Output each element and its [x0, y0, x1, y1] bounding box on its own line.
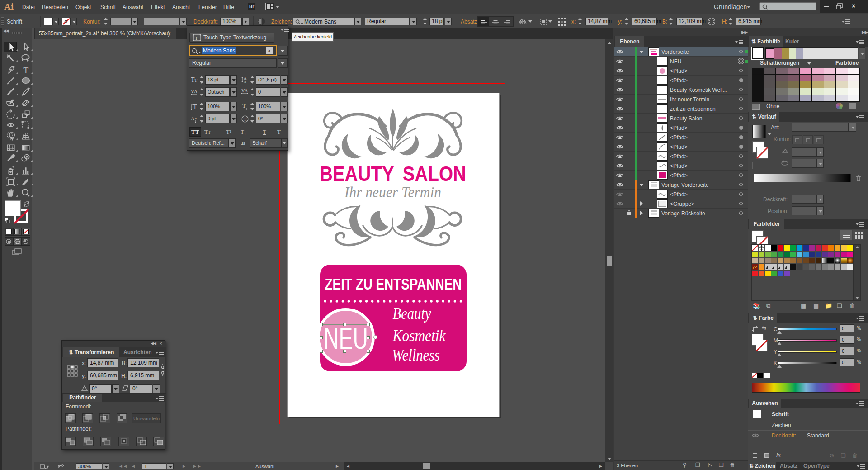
svg-text:T: T	[193, 104, 197, 110]
svg-text:A: A	[194, 89, 198, 94]
svg-text:T: T	[23, 65, 28, 75]
svg-text:T: T	[242, 103, 246, 109]
svg-text:A: A	[244, 80, 247, 84]
svg-text:A: A	[191, 115, 195, 122]
svg-text:T: T	[194, 78, 197, 83]
svg-text:T: T	[244, 117, 246, 122]
svg-text:a: a	[195, 116, 197, 120]
svg-text:A: A	[245, 88, 248, 93]
svg-text:T: T	[195, 35, 198, 41]
